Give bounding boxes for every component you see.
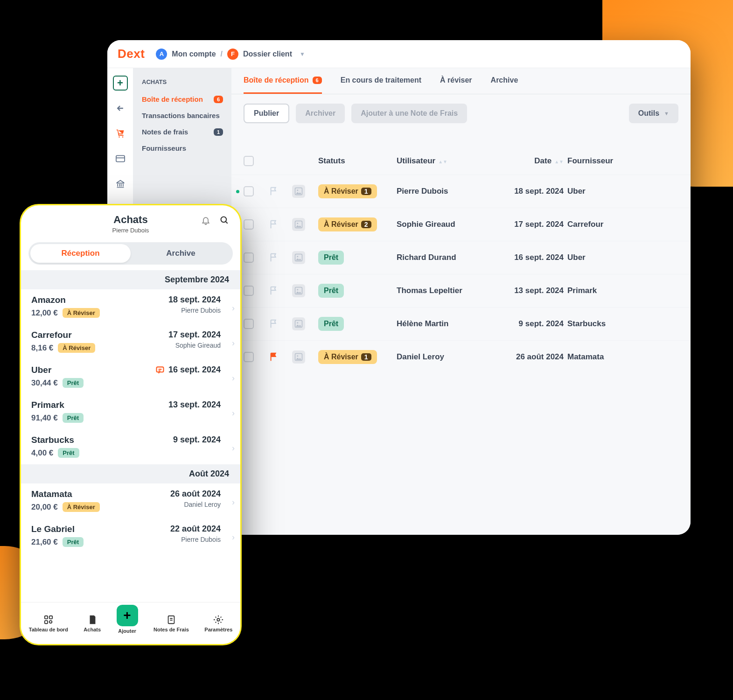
chevron-down-icon[interactable]: ▼ [300, 51, 305, 57]
row-user: Sophie Gireaud [397, 220, 485, 229]
row-user: Thomas Lepeltier [397, 286, 485, 295]
mobile-list-item[interactable]: Primark91,40 €Prêt13 sept. 2024› [21, 394, 240, 429]
column-status[interactable]: Statuts [318, 156, 393, 166]
image-icon[interactable] [292, 350, 305, 364]
flag-icon[interactable] [269, 319, 288, 329]
breadcrumb-account[interactable]: Mon compte [172, 50, 216, 58]
status-badge: À Réviser [63, 502, 100, 512]
tab[interactable]: En cours de traitement [341, 68, 421, 94]
mobile-subtitle: Pierre Dubois [30, 227, 231, 234]
sidebar-item[interactable]: Boîte de réception6 [135, 91, 230, 107]
table-header: Statuts Utilisateur▲▼ Date▲▼ Fournisseur [231, 133, 691, 175]
image-icon[interactable] [292, 251, 305, 264]
breadcrumb-client[interactable]: Dossier client [243, 50, 292, 58]
table-row[interactable]: PrêtThomas Lepeltier13 sept. 2024Primark [231, 274, 691, 307]
nav-add[interactable]: +Ajouter [117, 613, 138, 634]
chevron-right-icon: › [232, 443, 235, 453]
image-icon[interactable] [292, 284, 305, 297]
tab[interactable]: Archive [491, 68, 518, 94]
image-icon[interactable] [292, 317, 305, 330]
row-user: Hélène Martin [397, 319, 485, 329]
search-icon[interactable] [220, 216, 229, 225]
flag-icon[interactable] [269, 219, 288, 230]
mobile-list-item[interactable]: Starbucks4,00 €Prêt9 sept. 2024› [21, 429, 240, 464]
row-user: Richard Durand [397, 253, 485, 262]
mobile-section-header: Août 2024 [21, 464, 240, 483]
mobile-list-item[interactable]: Carrefour8,16 €À Réviser17 sept. 2024Sop… [21, 324, 240, 359]
mobile-list-item[interactable]: Uber30,44 €Prêt16 sept. 2024› [21, 359, 240, 394]
svg-point-13 [297, 322, 298, 323]
segment-reception[interactable]: Réception [30, 244, 131, 263]
mobile-list-item[interactable]: Amazon12,00 €À Réviser18 sept. 2024Pierr… [21, 289, 240, 324]
mobile-list-item[interactable]: Matamata20,00 €À Réviser26 août 2024Dani… [21, 483, 240, 518]
table-row[interactable]: À Réviser2Sophie Gireaud17 sept. 2024Car… [231, 208, 691, 241]
row-checkbox[interactable] [244, 286, 254, 296]
row-checkbox[interactable] [244, 186, 254, 196]
row-checkbox[interactable] [244, 252, 254, 263]
rail-card-icon[interactable] [113, 151, 128, 166]
table-row[interactable]: PrêtRichard Durand16 sept. 2024Uber [231, 241, 691, 274]
chevron-right-icon: › [232, 303, 235, 313]
row-user: Pierre Dubois [397, 187, 485, 196]
flag-icon[interactable] [269, 252, 288, 263]
row-checkbox[interactable] [244, 319, 254, 329]
archive-button[interactable]: Archiver [296, 104, 345, 123]
svg-rect-20 [49, 616, 52, 618]
select-all-checkbox[interactable] [244, 156, 254, 166]
row-date: 16 sept. 2024 [489, 253, 564, 262]
nav-purchases[interactable]: Achats [84, 615, 101, 632]
bell-icon[interactable] [201, 216, 210, 225]
row-checkbox[interactable] [244, 219, 254, 230]
message-icon [155, 365, 165, 375]
row-supplier: Starbucks [567, 319, 633, 329]
status-badge: À Réviser [63, 308, 100, 318]
flag-icon[interactable] [269, 286, 288, 296]
sidebar-item[interactable]: Fournisseurs [135, 140, 230, 156]
flag-icon[interactable] [269, 186, 288, 196]
add-note-button[interactable]: Ajouter à une Note de Frais [351, 104, 467, 123]
row-date: 17 sept. 2024 [489, 220, 564, 229]
segment-archive[interactable]: Archive [131, 244, 231, 263]
nav-dashboard[interactable]: Tableau de bord [29, 615, 68, 632]
image-icon[interactable] [292, 185, 305, 198]
row-supplier: Uber [567, 187, 633, 196]
status-badge: Prêt [58, 448, 79, 458]
flag-icon[interactable] [269, 352, 288, 362]
svg-rect-2 [116, 155, 124, 161]
row-supplier: Carrefour [567, 220, 633, 229]
status-badge: Prêt [318, 251, 344, 265]
table-row[interactable]: PrêtHélène Martin9 sept. 2024Starbucks [231, 307, 691, 340]
row-date: 18 sept. 2024 [489, 187, 564, 196]
rail-back-icon[interactable] [113, 101, 128, 116]
publish-button[interactable]: Publier [244, 104, 289, 123]
tab[interactable]: Boîte de réception6 [244, 68, 322, 94]
mobile-header: Achats Pierre Dubois [21, 205, 240, 238]
toolbar: Publier Archiver Ajouter à une Note de F… [231, 94, 691, 133]
sidebar-item[interactable]: Transactions bancaires [135, 107, 230, 124]
column-user[interactable]: Utilisateur▲▼ [397, 156, 485, 166]
status-badge: Prêt [318, 284, 344, 298]
mobile-section-header: Septembre 2024 [21, 270, 240, 289]
rail-cart-icon[interactable] [113, 126, 128, 141]
row-checkbox[interactable] [244, 352, 254, 362]
column-supplier[interactable]: Fournisseur [567, 156, 633, 166]
rail-add-button[interactable]: + [113, 76, 128, 91]
mobile-window: Achats Pierre Dubois Réception Archive S… [21, 205, 240, 644]
svg-rect-21 [45, 620, 48, 623]
table-row[interactable]: À Réviser1Daniel Leroy26 août 2024Matama… [231, 340, 691, 373]
status-badge: À Réviser1 [318, 350, 377, 364]
tab[interactable]: À réviser [440, 68, 472, 94]
sidebar-item[interactable]: Notes de frais1 [135, 124, 230, 140]
column-date[interactable]: Date▲▼ [489, 156, 564, 166]
status-dot-icon [236, 190, 239, 193]
table-row[interactable]: À Réviser1Pierre Dubois18 sept. 2024Uber [231, 175, 691, 208]
nav-notes[interactable]: Notes de Frais [154, 615, 189, 632]
nav-settings[interactable]: Paramètres [204, 615, 232, 632]
status-badge: À Réviser2 [318, 217, 377, 231]
rail-bank-icon[interactable] [113, 176, 128, 191]
mobile-list-item[interactable]: Le Gabriel21,60 €Prêt22 août 2024Pierre … [21, 518, 240, 553]
image-icon[interactable] [292, 218, 305, 231]
tools-button[interactable]: Outils▼ [629, 104, 678, 123]
svg-line-17 [226, 222, 228, 224]
row-supplier: Matamata [567, 352, 633, 362]
